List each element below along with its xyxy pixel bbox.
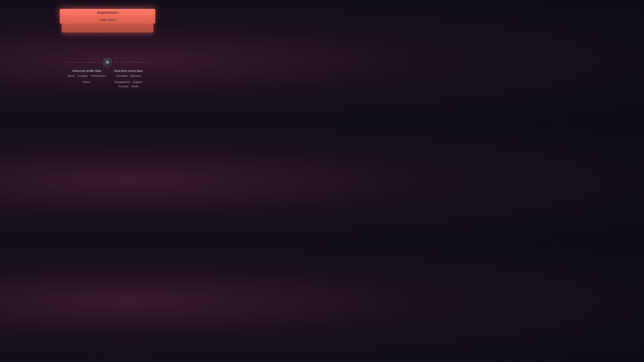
particle-dot	[164, 48, 165, 48]
box-top-face: Segmentation	[60, 9, 155, 16]
particle-dot	[142, 48, 142, 49]
particle-dot	[92, 55, 93, 55]
particle-dot	[50, 43, 50, 43]
historical-profile-title: Historical profile data	[72, 69, 101, 73]
particle-dot	[128, 51, 128, 51]
particle-dot	[164, 30, 164, 30]
segmentation-block: Segmentation Data store	[60, 9, 155, 32]
particle-dot	[69, 40, 70, 40]
particle-dot	[48, 56, 48, 56]
particle-dot	[157, 53, 158, 54]
realtime-event-items-row2: Surveys Alerts	[118, 85, 138, 88]
item-purchase: Purchase	[116, 74, 128, 78]
particle-dot	[76, 52, 76, 52]
particle-dot	[130, 53, 131, 53]
particle-dot	[152, 61, 152, 61]
particle-dot	[118, 54, 118, 55]
particle-dot	[52, 31, 53, 31]
particle-dot	[153, 36, 153, 36]
particle-dot	[102, 40, 103, 40]
particle-dot	[155, 45, 156, 45]
svg-point-7	[106, 63, 107, 64]
svg-point-8	[108, 63, 109, 64]
particle-dot	[66, 43, 66, 43]
svg-point-2	[107, 63, 108, 64]
particle-dot	[141, 37, 142, 37]
particle-dot	[110, 36, 111, 36]
item-support: Support	[133, 81, 142, 84]
particle-dot	[84, 51, 84, 51]
particle-dot	[113, 47, 113, 48]
particle-dot	[158, 48, 159, 48]
particle-dot	[94, 36, 94, 36]
particle-dot	[112, 48, 112, 49]
particle-dot	[149, 34, 149, 35]
particle-dot	[140, 35, 140, 36]
particle-dot	[159, 56, 160, 56]
particle-dot	[154, 48, 154, 49]
particle-dot	[138, 50, 138, 50]
particle-dot	[103, 34, 104, 35]
item-engagement: Engagement	[114, 81, 130, 84]
particle-dot	[135, 55, 136, 55]
right-vertical-line	[108, 66, 108, 69]
segmentation-label: Segmentation	[97, 10, 118, 14]
hub-row	[66, 58, 149, 66]
particle-dot	[132, 49, 132, 49]
particle-dot	[58, 39, 58, 39]
particle-field	[48, 30, 167, 63]
particle-dot	[70, 33, 71, 34]
particle-dot	[94, 39, 94, 40]
particle-dot	[50, 60, 50, 61]
particle-dot	[88, 44, 88, 44]
particle-dot	[102, 36, 102, 37]
particle-dot	[124, 48, 124, 48]
item-reviews: Reviews	[130, 74, 141, 78]
particle-dot	[159, 37, 159, 37]
particle-dot	[105, 40, 106, 41]
particle-dot	[118, 53, 119, 53]
particle-dot	[70, 57, 70, 57]
particle-dot	[117, 45, 117, 45]
particle-dot	[142, 55, 142, 55]
particle-dot	[150, 39, 150, 39]
item-name: Name	[67, 74, 75, 78]
historical-profile-column: Historical profile data Name Location Pr…	[66, 66, 108, 88]
particle-dot	[58, 51, 59, 51]
particle-dot	[143, 48, 143, 48]
particle-dot	[152, 61, 153, 61]
particle-dot	[125, 57, 125, 57]
item-surveys: Surveys	[118, 85, 128, 88]
realtime-event-items-row1: Purchase Reviews Engagement Support	[108, 74, 149, 84]
particle-dot	[105, 55, 105, 56]
particle-dot	[151, 58, 152, 58]
particle-dot	[133, 45, 133, 45]
particle-dot	[140, 44, 140, 44]
particle-dot	[94, 37, 95, 37]
particle-dot	[84, 36, 84, 36]
particle-dot	[138, 43, 139, 43]
svg-point-5	[106, 61, 107, 61]
particle-dot	[122, 34, 122, 34]
particle-dot	[120, 38, 120, 39]
network-icon	[105, 60, 110, 64]
particle-dot	[140, 38, 140, 39]
hub-line-right	[112, 62, 149, 62]
particle-dot	[122, 39, 122, 40]
particle-dot	[74, 49, 74, 50]
particle-dot	[59, 42, 60, 43]
particle-dot	[54, 48, 54, 49]
particle-dot	[123, 48, 123, 48]
particle-dot	[163, 46, 164, 47]
item-status: Status	[83, 81, 90, 84]
particle-dot	[135, 54, 135, 54]
item-location: Location	[78, 74, 88, 78]
particle-dot	[129, 49, 129, 49]
particle-dot	[114, 50, 115, 51]
particle-dot	[162, 56, 162, 56]
particle-dot	[76, 38, 76, 38]
particle-dot	[74, 56, 74, 57]
particle-dot	[142, 44, 142, 45]
particle-dot	[88, 50, 89, 51]
particle-dot	[134, 36, 135, 37]
